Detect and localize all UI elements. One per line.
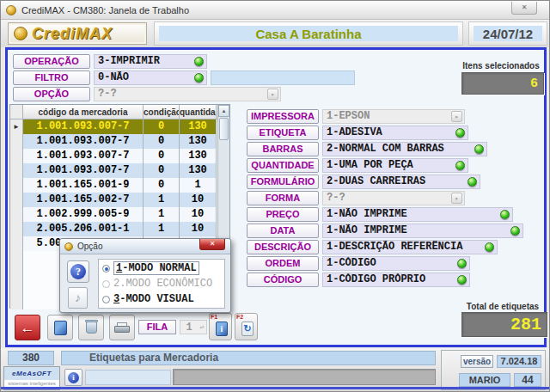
close-button[interactable]: ✕ <box>511 2 537 15</box>
data-field[interactable]: 1-NÃO IMPRIME <box>322 224 523 238</box>
row-selector <box>10 163 23 178</box>
barras-ok-led-icon <box>474 144 484 154</box>
screen-description: Etiquetas para Mercadoria <box>61 351 436 365</box>
data-label-button[interactable]: DATA <box>247 224 319 238</box>
table-row[interactable]: 1.001.093.007-7 0 130 <box>10 134 217 149</box>
opcao-label-button[interactable]: OPÇÃO <box>13 87 90 101</box>
opcao-dropdown-icon[interactable]: ▸ <box>267 89 278 100</box>
operacao-field[interactable]: 3-IMPRIMIR <box>94 54 207 69</box>
delete-button[interactable] <box>78 315 104 340</box>
window-title: CrediMAX - CM380: Janela de Trabalho <box>21 5 189 15</box>
cell-code: 1.001.093.007-7 <box>23 149 144 163</box>
cell-cond: 0 <box>144 163 180 178</box>
table-row[interactable]: 1.001.093.007-7 0 130 <box>10 163 217 178</box>
preco-field[interactable]: 1-NÃO IMPRIME <box>322 207 513 222</box>
screen-code-box: 380 <box>8 351 54 365</box>
row-selector <box>10 149 23 163</box>
fila-stepper[interactable]: 1 ▴▾ <box>180 320 207 334</box>
forma-field[interactable]: ?-? ▸ <box>322 191 465 205</box>
impressora-label-button[interactable]: IMPRESSORA <box>247 109 319 124</box>
scrollbar-thumb[interactable] <box>219 118 229 140</box>
total-etiquetas-label: Total de etiquetas <box>458 302 547 311</box>
ordem-label-button[interactable]: ORDEM <box>247 256 319 271</box>
user-name: MARIO <box>459 373 510 387</box>
filtro-label-button[interactable]: FILTRO <box>13 70 90 85</box>
option-label: 3-MODO VISUAL <box>113 293 194 305</box>
etiqueta-field[interactable]: 1-ADESIVA <box>322 126 468 140</box>
f2-refresh-button[interactable]: F2 ↻ <box>235 313 258 340</box>
fila-label-button[interactable]: FILA <box>138 320 176 334</box>
table-row[interactable]: ► 1.001.093.007-7 0 130 <box>10 119 217 134</box>
option-modo-normal[interactable]: 1-MODO NORMAL <box>101 260 222 276</box>
cell-cond: 0 <box>144 178 180 193</box>
table-row[interactable]: 1.001.093.007-7 0 130 <box>10 149 217 163</box>
col-header-condicao[interactable]: condição <box>144 105 180 119</box>
info-button[interactable]: i <box>64 369 82 386</box>
brand-name: CrediMAX <box>32 25 113 43</box>
table-row[interactable]: 1.001.165.001-9 0 1 <box>10 178 217 193</box>
formulario-label-button[interactable]: FORMULÁRIO <box>247 175 319 189</box>
barras-label-button[interactable]: BARRAS <box>247 142 319 156</box>
codigo-field[interactable]: 1-CÓDIGO PRÓPRIO <box>322 273 470 287</box>
table-row[interactable]: 1.002.999.005-9 1 10 <box>10 207 217 222</box>
forma-dropdown-icon[interactable]: ▸ <box>451 193 462 204</box>
formulario-field[interactable]: 2-DUAS CARREIRAS <box>322 175 480 189</box>
cell-code: 1.001.093.007-7 <box>23 119 144 134</box>
preco-ok-led-icon <box>500 210 510 219</box>
cell-code: 1.001.093.007-7 <box>23 163 144 178</box>
help-button[interactable]: ? <box>67 260 89 283</box>
ordem-field[interactable]: 1-CÓDIGO <box>322 256 470 271</box>
filtro-extra-field[interactable] <box>211 70 355 85</box>
sound-button[interactable]: ♪ <box>68 287 88 309</box>
option-modo-visual[interactable]: 3-MODO VISUAL <box>101 291 222 307</box>
print-button[interactable] <box>109 315 135 340</box>
dialog-coin-icon <box>64 242 73 251</box>
descricao-field[interactable]: 1-DESCRIÇÃO REFERÊNCIA <box>322 240 498 254</box>
cell-code: 2.005.206.001-1 <box>23 222 144 236</box>
radio-checked-icon[interactable] <box>102 265 110 273</box>
radio-disabled-icon <box>102 280 110 288</box>
radio-unchecked-icon[interactable] <box>102 296 110 303</box>
impressora-dropdown-icon[interactable]: ▸ <box>451 111 462 122</box>
back-button[interactable]: ← <box>15 315 40 340</box>
codigo-label-button[interactable]: CÓDIGO <box>247 273 319 287</box>
formulario-value: 2-DUAS CARREIRAS <box>327 175 468 188</box>
table-row[interactable]: 1.001.165.002-7 1 10 <box>10 193 217 207</box>
quantidade-label-button[interactable]: QUANTIDADE <box>247 158 319 173</box>
descricao-label-button[interactable]: DESCRIÇÃO <box>247 240 319 254</box>
preco-label-button[interactable]: PREÇO <box>247 207 319 222</box>
cell-qty: 10 <box>180 207 217 222</box>
opcao-dialog-close-button[interactable]: ✕ <box>199 239 225 250</box>
col-header-codigo[interactable]: código da mercadoria <box>23 105 144 119</box>
operacao-label-button[interactable]: OPERAÇÃO <box>13 54 90 69</box>
cell-qty: 130 <box>180 149 217 163</box>
row-selector <box>10 207 23 222</box>
app-window: CrediMAX - CM380: Janela de Trabalho ✕ C… <box>0 0 550 392</box>
etiqueta-label-button[interactable]: ETIQUETA <box>247 126 319 140</box>
f2-refresh-doc-icon: ↻ <box>241 322 254 336</box>
operacao-ok-led-icon <box>194 57 204 66</box>
option-modo-economico[interactable]: 2.MODO ECONÔMICO <box>101 276 222 291</box>
f1-help-button[interactable]: F1 i <box>209 313 232 340</box>
versao-label: versão <box>461 355 493 368</box>
barras-field[interactable]: 2-NORMAL COM BARRAS <box>322 142 487 156</box>
status-bar: 380 Etiquetas para Mercadoria eMeAsOFT s… <box>1 348 549 392</box>
option-label: 1-MODO NORMAL <box>113 261 199 275</box>
quantidade-ok-led-icon <box>455 161 465 170</box>
ordem-value: 1-CÓDIGO <box>327 257 457 270</box>
quantidade-value: 1-UMA POR PEÇA <box>327 159 455 172</box>
row-selector <box>10 236 23 251</box>
quantidade-field[interactable]: 1-UMA POR PEÇA <box>322 158 468 173</box>
table-row[interactable]: 2.005.206.001-1 1 10 <box>10 222 217 236</box>
impressora-field[interactable]: 1-EPSON ▸ <box>322 109 465 124</box>
scroll-up-icon[interactable]: ▲ <box>218 105 229 117</box>
col-header-quantidade[interactable]: quantidade <box>180 105 217 119</box>
opcao-field[interactable]: ?-? ▸ <box>94 87 281 101</box>
trash-icon <box>86 322 97 334</box>
cell-qty: 130 <box>180 163 217 178</box>
ordem-ok-led-icon <box>457 259 467 268</box>
document-button[interactable] <box>47 315 73 340</box>
filtro-field[interactable]: 0-NÃO <box>94 70 207 85</box>
forma-label-button[interactable]: FORMA <box>247 191 319 205</box>
spinner-arrows-icon[interactable]: ▴▾ <box>198 325 206 329</box>
